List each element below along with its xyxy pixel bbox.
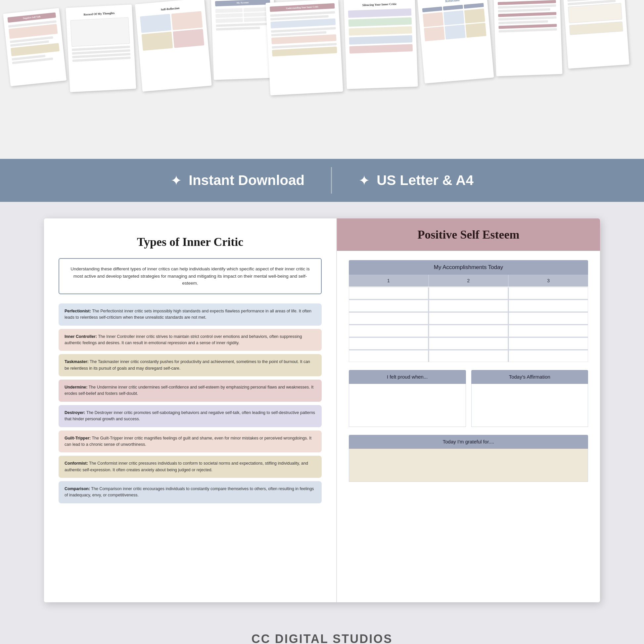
intro-text: Understanding these different types of i… (67, 265, 313, 287)
preview-page-1: Negative Self Talk (3, 8, 67, 86)
grateful-header-text: Today I'm grateful for.... (443, 439, 494, 444)
preview-page-2-title: Record Of My Thoughts (83, 11, 115, 16)
banner-item-format: ✦ US Letter & A4 (358, 172, 474, 189)
accomplishment-cell[interactable] (429, 350, 508, 362)
critic-text-conformist: The Conformist inner critic pressures in… (65, 461, 308, 472)
proud-body[interactable] (349, 384, 466, 427)
critic-text-guilt-tripper: The Guilt-Tripper inner critic magnifies… (65, 436, 311, 447)
accomplishment-cell[interactable] (429, 300, 508, 312)
format-star-icon: ✦ (358, 172, 370, 189)
proud-header-text: I felt proud when... (387, 374, 428, 380)
accomplishment-cell[interactable] (349, 325, 428, 337)
accomplishment-cell[interactable] (509, 287, 588, 299)
preview-page-7-title: Reflection (445, 0, 460, 3)
accomplishment-cell[interactable] (349, 350, 428, 362)
left-page: Types of Inner Critic Understanding thes… (44, 218, 337, 602)
preview-page-5: Understanding Your Inner Critic (265, 0, 343, 95)
accomplishment-cell[interactable] (509, 300, 588, 312)
critic-name-inner-controller: Inner Controller: (65, 334, 97, 339)
critic-text-inner-controller: The Inner Controller inner critic strive… (65, 334, 302, 345)
affirmation-header: Today's Affirmation (471, 370, 588, 384)
accomplishments-section: My Accomplishments Today 1 2 3 (349, 260, 588, 362)
grateful-section: Today I'm grateful for.... (349, 435, 588, 482)
accomplishment-cell[interactable] (349, 338, 428, 349)
intro-box: Understanding these different types of i… (59, 258, 322, 294)
footer: CC DIGITAL STUDIOS (0, 622, 644, 644)
critic-item-taskmaster: Taskmaster: The Taskmaster inner critic … (59, 354, 322, 376)
preview-page-7: Reflection (417, 0, 494, 83)
critic-item-undermine: Undermine: The Undermine inner critic un… (59, 380, 322, 402)
grateful-header: Today I'm grateful for.... (349, 435, 588, 449)
affirmation-section: Today's Affirmation (471, 370, 588, 427)
preview-page-9: Response to My Inner Critic (563, 0, 629, 69)
preview-page-6-title: Silencing Your Inner Critic (362, 2, 396, 7)
critic-item-comparison: Comparison: The Comparison inner critic … (59, 481, 322, 503)
affirmation-header-text: Today's Affirmation (509, 374, 550, 380)
col-header-3: 3 (509, 275, 588, 287)
accomplishment-cell[interactable] (429, 287, 508, 299)
preview-page-3: Self-Reflection (135, 0, 212, 92)
right-page-header: Positive Self Esteem (337, 218, 600, 251)
accomplishment-cell[interactable] (429, 338, 508, 349)
banner-item-download: ✦ Instant Download (170, 172, 304, 189)
accomplishments-header: My Accomplishments Today (349, 260, 588, 275)
left-page-title: Types of Inner Critic (59, 235, 322, 249)
banner: ✦ Instant Download ✦ US Letter & A4 (0, 159, 644, 202)
preview-section: Negative Self Talk Record Of My Thoughts (0, 0, 644, 159)
critic-text-perfectionist: The Perfectionist inner critic sets impo… (65, 309, 311, 320)
critic-text-destroyer: The Destroyer inner critic promotes self… (65, 410, 315, 421)
critic-name-destroyer: Destroyer: (65, 410, 85, 415)
col-header-2: 2 (429, 275, 508, 287)
accomplishment-cell[interactable] (509, 350, 588, 362)
accomplishment-cell[interactable] (349, 287, 428, 299)
accomplishment-cell[interactable] (349, 300, 428, 312)
book-spread: Types of Inner Critic Understanding thes… (44, 218, 600, 602)
accomplishments-grid (349, 287, 588, 362)
critic-text-taskmaster: The Taskmaster inner critic constantly p… (65, 359, 310, 370)
proud-section: I felt proud when... (349, 370, 466, 427)
critic-item-guilt-tripper: Guilt-Tripper: The Guilt-Tripper inner c… (59, 431, 322, 453)
critic-item-inner-controller: Inner Controller: The Inner Controller i… (59, 329, 322, 351)
accomplishment-cell[interactable] (429, 325, 508, 337)
accomplishment-cell[interactable] (429, 312, 508, 324)
critic-item-perfectionist: Perfectionist: The Perfectionist inner c… (59, 303, 322, 326)
preview-page-2: Record Of My Thoughts (66, 4, 136, 92)
critic-name-undermine: Undermine: (65, 385, 87, 390)
critic-text-undermine: The Undermine inner critic undermines se… (65, 385, 313, 396)
right-page-title: Positive Self Esteem (344, 228, 593, 242)
critic-item-destroyer: Destroyer: The Destroyer inner critic pr… (59, 405, 322, 427)
download-star-icon: ✦ (170, 172, 182, 189)
accomplishment-cell[interactable] (349, 312, 428, 324)
footer-text: CC DIGITAL STUDIOS (0, 632, 644, 644)
affirmation-body[interactable] (471, 384, 588, 427)
critic-name-guilt-tripper: Guilt-Tripper: (65, 436, 91, 440)
critic-item-conformist: Conformist: The Conformist inner critic … (59, 456, 322, 478)
preview-page-3-title: Self-Reflection (161, 6, 180, 11)
preview-page-8: Accomplishments (493, 0, 563, 76)
critic-name-conformist: Conformist: (65, 461, 88, 466)
format-text: US Letter & A4 (377, 172, 474, 188)
accomplishments-header-text: My Accomplishments Today (434, 264, 503, 270)
critic-text-comparison: The Comparison inner critic encourages i… (65, 486, 314, 497)
critic-name-comparison: Comparison: (65, 486, 90, 491)
main-content: Types of Inner Critic Understanding thes… (0, 202, 644, 622)
col-header-1: 1 (349, 275, 428, 287)
critic-name-perfectionist: Perfectionist: (65, 309, 91, 313)
accomplishment-cell[interactable] (509, 312, 588, 324)
columns-header: 1 2 3 (349, 275, 588, 287)
preview-page-1-title: Negative Self Talk (23, 15, 41, 20)
critic-name-taskmaster: Taskmaster: (65, 359, 89, 364)
banner-divider (331, 167, 332, 194)
grateful-body[interactable] (349, 449, 588, 482)
preview-page-5-title: Understanding Your Inner Critic (286, 5, 319, 10)
accomplishment-cell[interactable] (509, 338, 588, 349)
right-page: Positive Self Esteem My Accomplishments … (337, 218, 600, 602)
accomplishment-cell[interactable] (509, 325, 588, 337)
right-page-body: My Accomplishments Today 1 2 3 (337, 251, 600, 496)
download-text: Instant Download (189, 172, 304, 188)
preview-page-6: Silencing Your Inner Critic (344, 0, 418, 89)
proud-header: I felt proud when... (349, 370, 466, 384)
preview-page-4-title: My Account (237, 1, 249, 4)
two-col-section: I felt proud when... Today's Affirmation (349, 370, 588, 427)
